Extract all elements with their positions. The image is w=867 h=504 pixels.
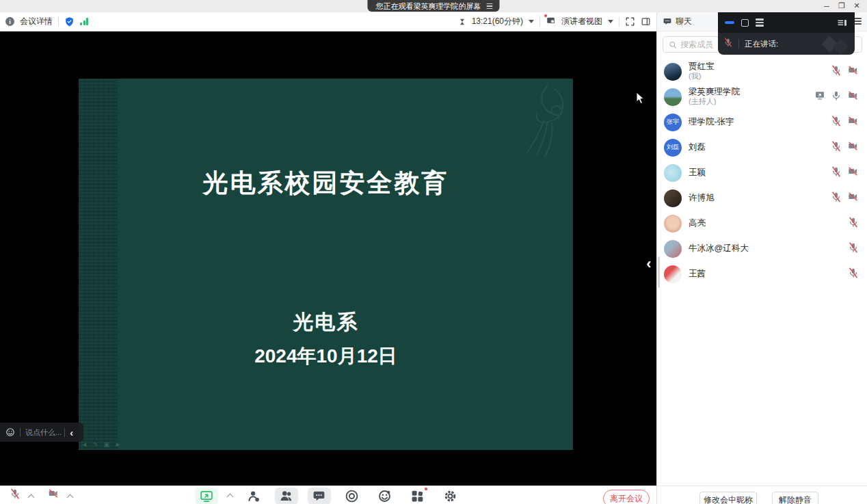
phoenix-decoration [507, 79, 572, 161]
apps-button[interactable] [406, 488, 429, 504]
view-mode-button[interactable]: 演讲者视图 [561, 16, 602, 27]
avatar [664, 265, 682, 283]
video-view-icon[interactable] [741, 19, 749, 27]
window-titlebar: 您正在观看梁英爽理学院的屏幕 ─ ❐ ✕ [0, 0, 867, 12]
restore-button[interactable]: ❐ [834, 0, 849, 12]
security-shield-icon[interactable] [64, 16, 75, 27]
camera-off-icon [847, 191, 859, 204]
emoji-icon[interactable] [5, 427, 15, 437]
banner-menu-icon[interactable] [487, 3, 493, 9]
participant-row[interactable]: 梁英爽理学院 (主持人) [657, 84, 867, 109]
minimize-button[interactable]: ─ [819, 0, 834, 12]
notification-dot [544, 14, 548, 18]
avatar [664, 189, 682, 207]
share-screen-button[interactable] [195, 488, 218, 504]
participant-name: 王颖 [689, 168, 706, 178]
view-dropdown-icon[interactable] [608, 20, 613, 23]
timer-dropdown-icon[interactable] [529, 20, 534, 23]
watching-screen-banner[interactable]: 您正在观看梁英爽理学院的屏幕 [368, 0, 500, 12]
avatar [664, 240, 682, 258]
presenter-controls: ◄✎▣► [81, 441, 121, 448]
avatar: 刘磊 [664, 139, 682, 157]
participant-name: 理学院-张宇 [689, 117, 734, 128]
participant-row[interactable]: 王茜 [657, 261, 867, 287]
participants-button[interactable] [275, 488, 298, 504]
participant-name: 刘磊 [689, 142, 706, 153]
participant-row[interactable]: 贾红宝 (我) [657, 59, 867, 84]
leave-meeting-button[interactable]: 离开会议 [603, 490, 650, 504]
mic-muted-icon [723, 37, 733, 51]
settings-button[interactable] [439, 488, 462, 504]
participant-row[interactable]: 王颖 [657, 160, 867, 185]
participant-name: 梁英爽理学院 [689, 87, 740, 98]
mic-icon [831, 141, 842, 155]
participant-name: 贾红宝 [689, 62, 715, 72]
fullscreen-icon[interactable] [625, 16, 635, 27]
participant-name: 高亮 [689, 218, 706, 229]
hourglass-icon [458, 17, 466, 27]
speaking-indicator: 正在讲话: [718, 33, 855, 55]
banner-text: 您正在观看梁英爽理学院的屏幕 [376, 1, 481, 12]
share-options-chevron[interactable] [226, 494, 233, 501]
tab-chat[interactable]: 聊天 [663, 16, 692, 27]
close-button[interactable]: ✕ [849, 0, 864, 12]
participant-sub: (主持人) [689, 97, 740, 107]
list-view-icon[interactable] [756, 18, 764, 26]
participant-row[interactable]: 许博旭 [657, 185, 867, 211]
mic-icon [831, 65, 842, 79]
floating-speaker-window[interactable]: 正在讲话: [718, 12, 855, 55]
screen-share-icon [814, 90, 825, 103]
message-input-placeholder[interactable]: 说点什么... [25, 427, 62, 438]
network-signal-icon[interactable] [80, 18, 88, 25]
slide-decorative-strip [79, 79, 118, 450]
presentation-slide: 光电系校园安全教育 光电系 2024年10月12日 ◄✎▣► [79, 79, 573, 450]
participant-list: 贾红宝 (我) 梁英爽理学院 (主持人) 张宇 [657, 59, 867, 287]
list-scrollbar[interactable] [658, 256, 660, 288]
prev-slide-icon: ◄ [81, 441, 88, 448]
panel-footer: 修改会中昵称 解除静音 [657, 486, 867, 504]
panel-collapse-chevron[interactable]: ‹ [643, 253, 655, 275]
participant-row[interactable]: 刘磊 刘磊 [657, 135, 867, 160]
slide-title: 光电系校园安全教育 [79, 166, 573, 200]
chat-button[interactable] [308, 488, 331, 504]
mic-icon [831, 166, 842, 180]
record-button[interactable] [341, 488, 364, 504]
slides-icon: ▣ [103, 441, 109, 448]
invite-button[interactable] [242, 488, 265, 504]
camera-off-icon [847, 90, 859, 103]
mic-icon [831, 191, 842, 205]
apps-notification-dot [424, 487, 428, 491]
mouse-cursor [636, 92, 645, 105]
participant-row[interactable]: 张宇 理学院-张宇 [657, 109, 867, 135]
meeting-toolbar: i 会议详情 13:21(60分钟) [0, 12, 656, 31]
slide-date: 2024年10月12日 [79, 343, 573, 369]
pen-icon: ✎ [93, 441, 98, 448]
participant-row[interactable]: 牛冰冰@辽科大 [657, 236, 867, 261]
camera-off-icon [847, 65, 859, 78]
participant-row[interactable]: 高亮 [657, 211, 867, 236]
floating-window-controls [718, 12, 855, 33]
avatar [664, 63, 682, 81]
quick-message-bar[interactable]: 说点什么... ‹ [0, 423, 83, 442]
meeting-timer: 13:21(60分钟) [472, 16, 523, 27]
participant-name: 王茜 [689, 269, 706, 280]
chat-bubble-icon [663, 17, 672, 26]
message-bar-collapse-icon[interactable]: ‹ [70, 427, 73, 438]
meeting-app-window: 您正在观看梁英爽理学院的屏幕 ─ ❐ ✕ i 会议详情 13:2 [0, 0, 867, 504]
side-panel-toggle-icon[interactable] [641, 16, 651, 27]
next-slide-icon: ► [115, 441, 121, 448]
meeting-details-button[interactable]: 会议详情 [20, 16, 53, 27]
mic-icon [831, 116, 842, 129]
view-layout-icon[interactable] [546, 16, 556, 27]
unmute-button[interactable]: 解除静音 [772, 492, 818, 504]
camera-off-icon [847, 166, 859, 179]
avatar: 张宇 [664, 114, 682, 131]
dock-panel-icon[interactable] [837, 17, 848, 28]
minimized-view-icon[interactable] [725, 21, 734, 24]
participant-name: 牛冰冰@辽科大 [689, 243, 749, 254]
speaking-label: 正在讲话: [745, 39, 778, 49]
rename-button[interactable]: 修改会中昵称 [699, 492, 757, 504]
info-icon: i [5, 17, 14, 26]
participant-sub: (我) [689, 72, 715, 81]
reactions-button[interactable] [373, 488, 397, 504]
